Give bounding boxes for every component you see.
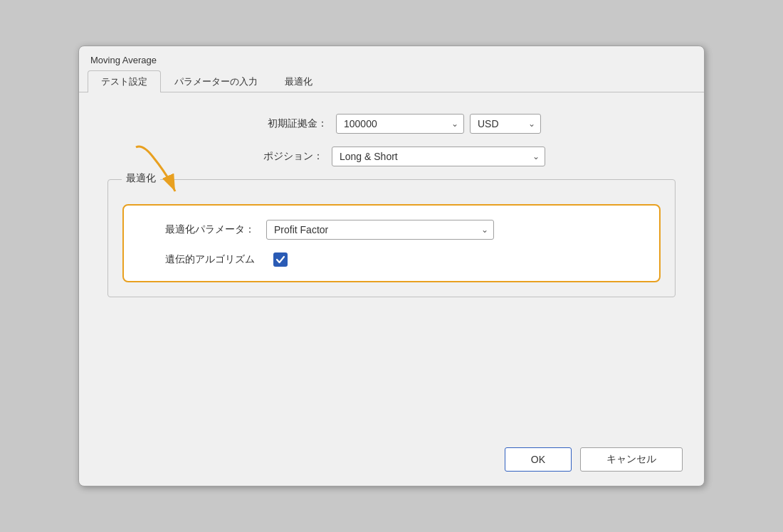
optimization-param-select-wrapper: Profit Factor Balance Drawdown Sharpe Ra…: [266, 220, 494, 240]
cancel-button[interactable]: キャンセル: [580, 447, 683, 472]
genetic-algorithm-label: 遺伝的アルゴリズム: [141, 253, 255, 266]
highlighted-optimization-box: 最適化パラメータ： Profit Factor Balance Drawdown…: [122, 204, 661, 282]
dialog: Moving Average テスト設定 パラメーターの入力 最適化 初期証拠金…: [78, 46, 705, 486]
tab-bar: テスト設定 パラメーターの入力 最適化: [79, 70, 704, 92]
position-select-wrapper: Long & Short Long Only Short Only ⌄: [332, 147, 545, 166]
tab-parameter-input[interactable]: パラメーターの入力: [161, 70, 271, 92]
optimization-param-label: 最適化パラメータ：: [141, 223, 255, 236]
deposit-select[interactable]: 100000 10000 50000 200000 500000: [336, 114, 464, 134]
currency-select[interactable]: USD EUR JPY GBP: [470, 114, 541, 134]
optimization-section-label: 最適化: [122, 172, 160, 185]
content-area: 初期証拠金： 100000 10000 50000 200000 500000 …: [79, 92, 704, 440]
optimization-border: 最適化パラメータ： Profit Factor Balance Drawdown…: [107, 179, 676, 297]
optimization-section: 最適化 最適化パラメータ：: [107, 179, 676, 297]
footer: OK キャンセル: [79, 440, 704, 472]
initial-deposit-label: 初期証拠金：: [242, 117, 327, 130]
ok-button[interactable]: OK: [505, 447, 572, 472]
position-row: ポジション： Long & Short Long Only Short Only…: [107, 147, 676, 166]
optimization-param-select[interactable]: Profit Factor Balance Drawdown Sharpe Ra…: [266, 220, 494, 240]
initial-deposit-row: 初期証拠金： 100000 10000 50000 200000 500000 …: [107, 114, 676, 134]
position-select[interactable]: Long & Short Long Only Short Only: [332, 147, 545, 166]
deposit-select-wrapper: 100000 10000 50000 200000 500000 ⌄: [336, 114, 464, 134]
window-title: Moving Average: [90, 55, 157, 65]
checkmark-icon: [275, 255, 285, 265]
tab-test-settings[interactable]: テスト設定: [88, 70, 161, 92]
genetic-algorithm-row: 遺伝的アルゴリズム: [141, 252, 642, 267]
optimization-param-row: 最適化パラメータ： Profit Factor Balance Drawdown…: [141, 220, 642, 240]
position-label: ポジション：: [238, 150, 323, 163]
tab-optimization[interactable]: 最適化: [271, 70, 326, 92]
currency-select-wrapper: USD EUR JPY GBP ⌄: [464, 114, 541, 134]
genetic-algorithm-checkbox[interactable]: [273, 252, 288, 267]
title-bar: Moving Average: [79, 46, 704, 65]
